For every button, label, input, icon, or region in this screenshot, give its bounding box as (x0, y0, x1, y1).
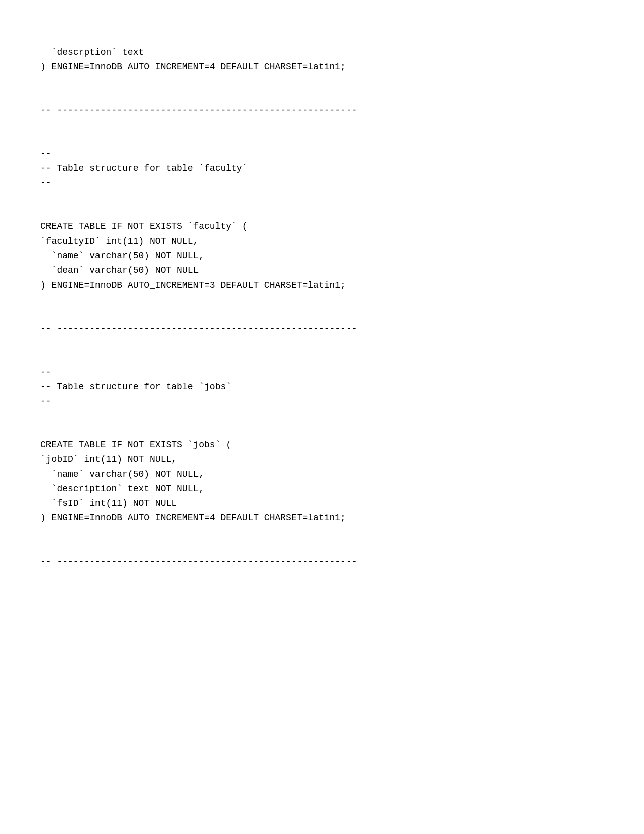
code-line (40, 424, 604, 438)
code-line: `facultyID` int(11) NOT NULL, (40, 234, 604, 249)
code-line: CREATE TABLE IF NOT EXISTS `faculty` ( (40, 219, 604, 234)
code-line (40, 525, 604, 540)
code-line: -- (40, 365, 604, 380)
code-line (40, 292, 604, 307)
code-line: -- (40, 394, 604, 409)
code-line: `name` varchar(50) NOT NULL, (40, 249, 604, 263)
code-line (40, 205, 604, 220)
code-line (40, 132, 604, 147)
code-line: ) ENGINE=InnoDB AUTO_INCREMENT=4 DEFAULT… (40, 60, 604, 74)
code-line: ) ENGINE=InnoDB AUTO_INCREMENT=4 DEFAULT… (40, 511, 604, 525)
code-line: `name` varchar(50) NOT NULL, (40, 467, 604, 482)
code-line (40, 307, 604, 321)
code-line: `description` text NOT NULL, (40, 482, 604, 496)
code-line: `jobID` int(11) NOT NULL, (40, 452, 604, 467)
code-line (40, 74, 604, 88)
code-line: `dean` varchar(50) NOT NULL (40, 263, 604, 278)
code-line (40, 191, 604, 205)
code-line (40, 88, 604, 103)
sql-code-block: `descrption` text) ENGINE=InnoDB AUTO_IN… (40, 30, 604, 569)
code-line (40, 336, 604, 351)
code-line (40, 540, 604, 554)
code-line (40, 351, 604, 365)
code-line: -- -------------------------------------… (40, 554, 604, 569)
code-line: -- (40, 176, 604, 191)
code-line: -- Table structure for table `faculty` (40, 161, 604, 176)
code-line (40, 409, 604, 424)
code-line: `fsID` int(11) NOT NULL (40, 496, 604, 511)
code-line: ) ENGINE=InnoDB AUTO_INCREMENT=3 DEFAULT… (40, 278, 604, 293)
code-line: -- -------------------------------------… (40, 321, 604, 336)
code-line: -- -------------------------------------… (40, 103, 604, 118)
code-line (40, 118, 604, 132)
code-line: -- Table structure for table `jobs` (40, 380, 604, 394)
code-line: -- (40, 147, 604, 161)
code-line: `descrption` text (40, 45, 604, 60)
code-line: CREATE TABLE IF NOT EXISTS `jobs` ( (40, 438, 604, 452)
